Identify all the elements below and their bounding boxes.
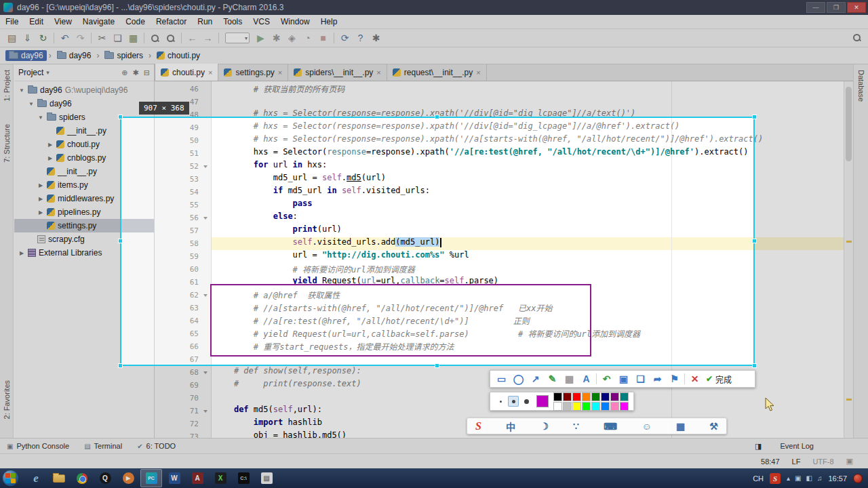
inspector-icon[interactable]: ▣ (846, 457, 853, 466)
arrow-tool-icon[interactable]: ↗ (527, 372, 544, 386)
selection-handle[interactable] (752, 115, 757, 119)
brush-tool-icon[interactable]: ✎ (544, 372, 561, 386)
fold-marker-icon[interactable] (203, 410, 208, 413)
tab-close-icon[interactable]: × (278, 68, 282, 77)
menu-edit[interactable]: Edit (24, 15, 49, 29)
palette-color-00ffff[interactable] (591, 402, 600, 411)
palette-color-ffffff[interactable] (553, 402, 562, 411)
stroke-size-option[interactable] (495, 396, 506, 407)
minimize-button[interactable]: — (806, 2, 825, 13)
settings-icon[interactable]: ✱ (133, 68, 139, 77)
palette-color-007f7f[interactable] (620, 392, 629, 401)
tray-volume-icon[interactable]: ♫ (817, 474, 823, 482)
event-log-button[interactable]: ◨ Event Log (755, 442, 814, 451)
palette-color-ff00ff[interactable] (620, 402, 629, 411)
sync-icon[interactable]: ↻ (35, 31, 51, 45)
selection-handle[interactable] (435, 115, 439, 119)
taskbar-ie[interactable]: e (25, 469, 47, 487)
forward-icon[interactable]: → (200, 31, 216, 45)
start-button[interactable] (3, 470, 18, 486)
palette-color-ff7fbf[interactable] (610, 402, 619, 411)
palette-color-800000[interactable] (563, 392, 572, 401)
cut-icon[interactable]: ✂ (94, 31, 110, 45)
taskbar-chrome[interactable] (71, 469, 93, 487)
open-icon[interactable]: ▤ (4, 31, 20, 45)
chinese-mode-icon[interactable]: 中 (506, 420, 515, 433)
tree-item-day96[interactable]: ▼day96 (14, 97, 154, 110)
menu-tools[interactable]: Tools (218, 15, 248, 29)
help-icon[interactable]: ? (353, 31, 368, 45)
breadcrumb-chouti.py[interactable]: chouti.py (153, 50, 203, 61)
coverage-icon[interactable]: ◈ (284, 31, 300, 45)
capture-done-button[interactable]: ✔ 完成 (706, 373, 732, 385)
paste-icon[interactable]: ▦ (125, 31, 141, 45)
favorites-stripe-button[interactable]: 2: Favorites (3, 380, 11, 419)
tree-arrow-icon[interactable]: ▶ (37, 182, 44, 188)
terminal-button[interactable]: ▤Terminal (84, 442, 122, 450)
tab-spiders-init-py[interactable]: spiders\__init__.py× (288, 64, 387, 81)
sogou-tray-icon[interactable]: S (770, 473, 781, 484)
save-all-icon[interactable]: ⇓ (20, 31, 35, 45)
inspection-mark[interactable] (846, 399, 852, 401)
tab-request-init-py[interactable]: request\__init__.py× (387, 64, 487, 81)
profile-icon[interactable]: ◔ (300, 31, 315, 45)
palette-color-ffff00[interactable] (572, 402, 581, 411)
tab-close-icon[interactable]: × (476, 68, 480, 77)
copy-icon[interactable]: ❏ (110, 31, 125, 45)
stop-icon[interactable]: ■ (315, 31, 331, 45)
file-encoding[interactable]: UTF-8 (812, 458, 833, 466)
ellipse-tool-icon[interactable]: ◯ (510, 372, 527, 386)
breadcrumb-spiders[interactable]: spiders (101, 50, 146, 61)
sogou-logo-icon[interactable]: S (475, 420, 481, 432)
close-icon[interactable]: ✕ (686, 372, 703, 386)
editor-scrollbar[interactable] (844, 81, 853, 438)
tree-arrow-icon[interactable]: ▼ (18, 87, 25, 94)
contacts-icon[interactable]: ☺ (642, 421, 651, 432)
todo-button[interactable]: ✔6: TODO (137, 442, 176, 450)
update-project-icon[interactable]: ⟳ (337, 31, 353, 45)
fold-marker-icon[interactable] (203, 371, 208, 374)
taskbar-cad[interactable]: A (186, 469, 208, 487)
tray-network-icon[interactable]: ◧ (806, 474, 812, 482)
mosaic-tool-icon[interactable]: ▦ (561, 372, 578, 386)
punctuation-icon[interactable]: ∵ (573, 421, 579, 432)
taskbar-cmd[interactable]: C:\ (233, 469, 254, 487)
menu-navigate[interactable]: Navigate (77, 15, 120, 29)
taskbar-xshell[interactable]: X (210, 469, 231, 487)
breadcrumb-day96[interactable]: day96 (5, 50, 47, 61)
tray-up-arrow-icon[interactable]: ▴ (787, 474, 790, 482)
find-icon[interactable] (147, 31, 163, 45)
tab-close-icon[interactable]: × (376, 68, 380, 77)
settings-icon[interactable]: ✱ (368, 31, 384, 45)
inspection-mark[interactable] (846, 241, 852, 243)
project-stripe-button[interactable]: 1: Project (3, 70, 11, 101)
menu-view[interactable]: View (49, 15, 77, 29)
rect-tool-icon[interactable]: ▭ (493, 372, 510, 386)
tree-item-day96[interactable]: ▼day96 G:\wupeiqi\day96 (14, 83, 154, 97)
tree-arrow-icon[interactable]: ▼ (37, 115, 44, 121)
palette-color-000000[interactable] (553, 392, 562, 401)
tab-chouti-py[interactable]: chouti.py× (155, 64, 218, 81)
structure-stripe-button[interactable]: 7: Structure (3, 124, 11, 163)
locate-icon[interactable]: ⊕ (121, 68, 127, 77)
tree-arrow-icon[interactable]: ▼ (28, 101, 35, 107)
taskbar-word[interactable]: W (163, 469, 185, 487)
tree-arrow-icon[interactable]: ▶ (37, 196, 44, 202)
record-button[interactable] (853, 474, 863, 483)
tree-arrow-icon[interactable]: ▶ (47, 142, 54, 148)
taskbar-explorer[interactable] (48, 469, 70, 487)
collapse-all-icon[interactable]: ⊟ (144, 68, 150, 77)
project-title[interactable]: Project (18, 68, 43, 77)
clock[interactable]: 16:57 (828, 474, 847, 483)
palette-color-00007f[interactable] (601, 392, 610, 401)
stroke-size-option[interactable] (521, 396, 532, 407)
chevron-down-icon[interactable]: ▾ (46, 69, 50, 76)
undo-icon[interactable]: ↶ (57, 31, 73, 45)
python-console-button[interactable]: ▣Python Console (7, 442, 69, 450)
current-color-swatch[interactable] (536, 395, 549, 407)
tab-settings-py[interactable]: settings.py× (218, 64, 288, 81)
menu-window[interactable]: Window (275, 15, 315, 29)
menu-refactor[interactable]: Refactor (151, 15, 192, 29)
search-everywhere-icon[interactable] (852, 33, 861, 42)
palette-color-bfbfbf[interactable] (563, 402, 572, 411)
